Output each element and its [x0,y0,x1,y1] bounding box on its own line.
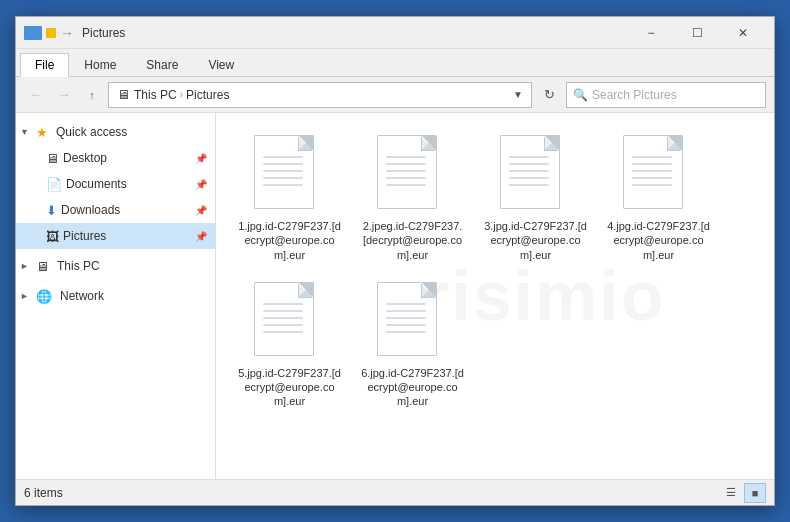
back-button[interactable]: ← [24,83,48,107]
file-item[interactable]: 6.jpg.id-C279F237.[decrypt@europe.com].e… [355,276,470,415]
breadcrumb-pictures: Pictures [186,88,229,102]
pictures-label: Pictures [63,229,106,243]
sidebar-item-pictures[interactable]: 🖼 Pictures 📌 [16,223,215,249]
maximize-button[interactable]: ☐ [674,17,720,49]
documents-icon: 📄 [46,177,62,192]
file-lines [386,156,426,186]
tab-share[interactable]: Share [131,53,193,76]
forward-button[interactable]: → [52,83,76,107]
file-page-icon [254,135,314,209]
desktop-icon: 🖥 [46,151,59,166]
expand-arrow-thispc: ► [20,261,32,271]
window-icon-yellow [46,28,56,38]
file-page-icon [500,135,560,209]
tab-file[interactable]: File [20,53,69,77]
downloads-label: Downloads [61,203,120,217]
file-icon [377,282,449,362]
up-button[interactable]: ↑ [80,83,104,107]
file-item[interactable]: 3.jpg.id-C279F237.[decrypt@europe.com].e… [478,129,593,268]
explorer-window: → Pictures − ☐ ✕ File Home Share View ← … [15,16,775,506]
expand-arrow-network: ► [20,291,32,301]
file-area: risimio 1.jpg.id-C279F237.[decrypt@europ… [216,113,774,479]
file-item[interactable]: 1.jpg.id-C279F237.[decrypt@europe.com].e… [232,129,347,268]
file-corner [299,136,313,150]
sidebar-item-documents[interactable]: 📄 Documents 📌 [16,171,215,197]
quickaccess-label: Quick access [56,125,127,139]
network-icon: 🌐 [36,289,52,304]
file-corner [545,136,559,150]
title-bar-icons: → [24,25,74,41]
breadcrumb-sep: › [180,89,183,100]
ribbon-tab-bar: File Home Share View [16,49,774,77]
file-corner [668,136,682,150]
breadcrumb-folder-icon: 🖥 [117,87,130,102]
address-box[interactable]: 🖥 This PC › Pictures ▼ [108,82,532,108]
star-icon: ★ [36,125,48,140]
tab-home[interactable]: Home [69,53,131,76]
file-page-icon [254,282,314,356]
item-count: 6 items [24,486,63,500]
status-bar: 6 items ☰ ■ [16,479,774,505]
file-lines [509,156,549,186]
search-placeholder: Search Pictures [592,88,677,102]
sidebar: ▼ ★ Quick access 🖥 Desktop 📌 📄 Documents… [16,113,216,479]
window-icon-blue [24,26,42,40]
file-name: 2.jpeg.id-C279F237.[decrypt@europe.com].… [361,219,464,262]
file-item[interactable]: 4.jpg.id-C279F237.[decrypt@europe.com].e… [601,129,716,268]
file-lines [386,303,426,333]
main-area: ▼ ★ Quick access 🖥 Desktop 📌 📄 Documents… [16,113,774,479]
file-name: 3.jpg.id-C279F237.[decrypt@europe.com].e… [484,219,587,262]
search-icon: 🔍 [573,88,588,102]
thispc-icon: 🖥 [36,259,49,274]
file-name: 4.jpg.id-C279F237.[decrypt@europe.com].e… [607,219,710,262]
file-corner [422,136,436,150]
window-title: Pictures [82,26,628,40]
sidebar-item-network[interactable]: ► 🌐 Network [16,283,215,309]
file-icon [254,135,326,215]
desktop-label: Desktop [63,151,107,165]
sidebar-section-thispc: ► 🖥 This PC [16,251,215,281]
pin-icon-pictures: 📌 [195,231,207,242]
file-corner [422,283,436,297]
file-lines [263,303,303,333]
file-corner [299,283,313,297]
sidebar-item-desktop[interactable]: 🖥 Desktop 📌 [16,145,215,171]
pin-icon-downloads: 📌 [195,205,207,216]
pictures-icon: 🖼 [46,229,59,244]
sidebar-item-quickaccess[interactable]: ▼ ★ Quick access [16,119,215,145]
address-dropdown-arrow[interactable]: ▼ [513,89,523,100]
file-item[interactable]: 2.jpeg.id-C279F237.[decrypt@europe.com].… [355,129,470,268]
file-name: 1.jpg.id-C279F237.[decrypt@europe.com].e… [238,219,341,262]
search-box[interactable]: 🔍 Search Pictures [566,82,766,108]
address-bar: ← → ↑ 🖥 This PC › Pictures ▼ ↻ 🔍 Search … [16,77,774,113]
network-label: Network [60,289,104,303]
breadcrumb-thispc: This PC [134,88,177,102]
tab-view[interactable]: View [193,53,249,76]
file-lines [263,156,303,186]
thispc-label: This PC [57,259,100,273]
window-icon-arrow: → [60,25,74,41]
file-icon [254,282,326,362]
large-icon-view-button[interactable]: ■ [744,483,766,503]
file-item[interactable]: 5.jpg.id-C279F237.[decrypt@europe.com].e… [232,276,347,415]
title-bar: → Pictures − ☐ ✕ [16,17,774,49]
sidebar-section-network: ► 🌐 Network [16,281,215,311]
view-switcher: ☰ ■ [720,483,766,503]
sidebar-item-downloads[interactable]: ⬇ Downloads 📌 [16,197,215,223]
refresh-button[interactable]: ↻ [536,82,562,108]
file-page-icon [623,135,683,209]
sidebar-section-quickaccess: ▼ ★ Quick access 🖥 Desktop 📌 📄 Documents… [16,117,215,251]
ribbon: File Home Share View [16,49,774,77]
file-grid: 1.jpg.id-C279F237.[decrypt@europe.com].e… [224,121,766,423]
expand-arrow-quickaccess: ▼ [20,127,32,137]
file-icon [500,135,572,215]
file-icon [623,135,695,215]
pin-icon-documents: 📌 [195,179,207,190]
pin-icon-desktop: 📌 [195,153,207,164]
close-button[interactable]: ✕ [720,17,766,49]
list-view-button[interactable]: ☰ [720,483,742,503]
file-name: 5.jpg.id-C279F237.[decrypt@europe.com].e… [238,366,341,409]
minimize-button[interactable]: − [628,17,674,49]
sidebar-item-thispc[interactable]: ► 🖥 This PC [16,253,215,279]
file-page-icon [377,135,437,209]
